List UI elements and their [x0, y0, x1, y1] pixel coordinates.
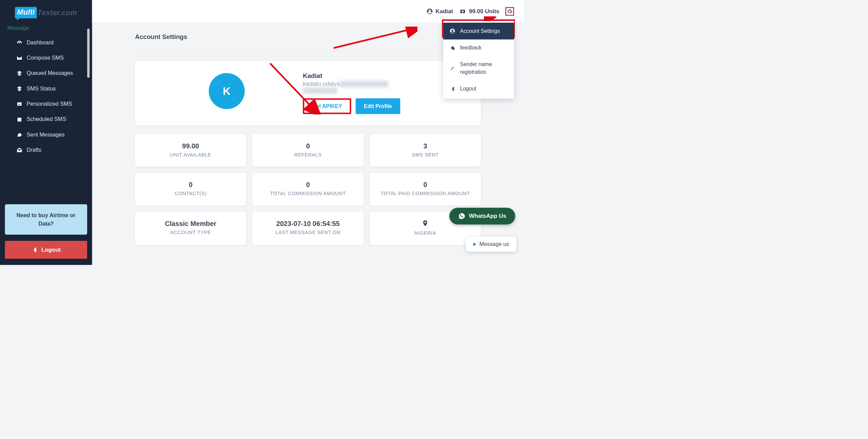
- gauge-icon: [16, 40, 23, 45]
- stat-label: SMS SENT: [374, 152, 477, 158]
- redacted-text: xxxxxxxxxxxxxxxxx: [339, 81, 388, 87]
- sidebar-item-sms-status[interactable]: SMS Status: [0, 81, 92, 96]
- topbar-username: Kadiat: [436, 8, 453, 15]
- sidebar-item-scheduled-sms[interactable]: Scheduled SMS: [0, 112, 92, 127]
- user-icon: [427, 8, 433, 14]
- stat-value: 2023-07-10 06:54:55: [256, 220, 359, 228]
- sidebar-nav: Dashboard Compose SMS Queued Messages SM…: [0, 35, 92, 158]
- signout-icon: [449, 86, 455, 91]
- sidebar-section-label: Message: [0, 24, 92, 35]
- dropdown-account-settings[interactable]: Account Settings: [443, 23, 514, 39]
- dropdown-feedback[interactable]: feedback: [443, 39, 514, 56]
- profile-card: K Kadiat kadiatu.odalysxxxxxxxxxxxxxxxxx…: [135, 61, 481, 125]
- whatsapp-label: WhatsApp Us: [469, 213, 506, 219]
- svg-point-5: [452, 29, 453, 31]
- comment-icon: [16, 132, 23, 138]
- money-icon: [459, 9, 466, 14]
- logout-label: Logout: [41, 247, 61, 253]
- stat-label: TOTAL PAID COMMISSION AMOUNT: [374, 191, 477, 196]
- stat-referrals: 0 REFERALS: [252, 134, 363, 167]
- stat-value: 0: [256, 181, 359, 189]
- message-us-label: Message us: [479, 241, 509, 248]
- stats-grid: 99.00 UNIT AVAILABLE 0 REFERALS 3 SMS SE…: [135, 134, 481, 245]
- sidebar: Multi Texter.com Message Dashboard Compo…: [0, 0, 92, 265]
- stat-label: NIGERIA: [374, 230, 477, 236]
- svg-point-1: [429, 9, 431, 12]
- stat-contacts: 0 CONTACT(S): [135, 173, 246, 206]
- sidebar-item-label: Scheduled SMS: [26, 116, 66, 123]
- profile-email-prefix: kadiatu.odalys: [303, 81, 339, 87]
- stat-account-type: Classic Member ACCOUNT TYPE: [135, 212, 246, 245]
- stat-label: UNIT AVAILABLE: [139, 152, 242, 158]
- sidebar-item-label: Compose SMS: [26, 55, 64, 61]
- signout-icon: [32, 247, 37, 253]
- envelope-icon: [16, 55, 23, 61]
- inbox-icon: [16, 101, 23, 107]
- layers-icon: [16, 70, 23, 76]
- topbar: Kadiat 99.00 Units: [92, 0, 524, 23]
- stat-unit-available: 99.00 UNIT AVAILABLE: [135, 134, 246, 167]
- dropdown-sender-registration[interactable]: Sender name registration: [443, 56, 514, 81]
- dropdown-item-label: feedback: [460, 44, 482, 52]
- pen-icon: [449, 66, 455, 70]
- dropdown-logout[interactable]: Logout: [443, 81, 514, 97]
- stat-paid-commission: 0 TOTAL PAID COMMISSION AMOUNT: [370, 173, 481, 206]
- stat-total-commission: 0 TOTAL COMMISSION AMOUNT: [252, 173, 363, 206]
- stat-sms-sent: 3 SMS SENT: [370, 134, 481, 167]
- stat-last-message: 2023-07-10 06:54:55 LAST MESSAGE SENT ON: [252, 212, 363, 245]
- settings-button[interactable]: [506, 7, 514, 16]
- stat-label: TOTAL COMMISSION AMOUNT: [256, 191, 359, 196]
- sidebar-scrollbar[interactable]: [87, 28, 90, 78]
- sidebar-item-label: Personalized SMS: [26, 101, 72, 107]
- topbar-units-value: 99.00 Units: [469, 8, 499, 15]
- chat-icon: [449, 45, 455, 50]
- logo[interactable]: Multi Texter.com: [0, 0, 92, 24]
- edit-profile-button[interactable]: Edit Profile: [356, 98, 400, 114]
- sidebar-item-sent-messages[interactable]: Sent Messages: [0, 127, 92, 142]
- layers-icon: [16, 86, 23, 91]
- dropdown-item-label: Account Settings: [460, 27, 500, 35]
- get-apikey-button[interactable]: Get APIKEY: [303, 98, 351, 114]
- topbar-units[interactable]: 99.00 Units: [459, 8, 499, 15]
- logout-button[interactable]: Logout: [5, 241, 87, 259]
- whatsapp-icon: [458, 213, 466, 220]
- gear-icon: [507, 8, 513, 14]
- profile-name: Kadiat: [303, 72, 400, 80]
- stat-label: CONTACT(S): [139, 191, 242, 196]
- settings-dropdown: Account Settings feedback Sender name re…: [443, 21, 514, 99]
- sidebar-item-drafts[interactable]: Drafts: [0, 142, 92, 158]
- topbar-user[interactable]: Kadiat: [427, 8, 453, 15]
- sidebar-item-label: Drafts: [26, 147, 41, 153]
- logo-text: Texter.com: [37, 8, 77, 17]
- message-us-button[interactable]: Message us: [466, 236, 516, 252]
- stat-value: Classic Member: [139, 220, 242, 228]
- dropdown-item-label: Sender name registration: [460, 61, 508, 76]
- calendar-icon: [16, 117, 23, 122]
- stat-value: 0: [256, 142, 359, 150]
- stat-value: 3: [374, 142, 477, 150]
- sidebar-item-label: Sent Messages: [26, 131, 64, 138]
- status-dot-icon: [473, 243, 476, 245]
- sidebar-item-label: SMS Status: [26, 85, 56, 92]
- stat-value: 99.00: [139, 142, 242, 150]
- buy-airtime-button[interactable]: Need to buy Airtime or Data?: [5, 204, 87, 235]
- sidebar-item-label: Queued Messages: [26, 70, 73, 77]
- sidebar-item-queued-messages[interactable]: Queued Messages: [0, 66, 92, 81]
- sidebar-item-personalized-sms[interactable]: Personalized SMS: [0, 96, 92, 111]
- stat-label: REFERALS: [256, 152, 359, 158]
- sidebar-item-compose-sms[interactable]: Compose SMS: [0, 50, 92, 65]
- envelope-open-icon: [16, 147, 23, 153]
- logo-badge: Multi: [15, 7, 37, 19]
- page-title: Account Settings: [135, 33, 481, 51]
- stat-label: ACCOUNT TYPE: [139, 230, 242, 235]
- stat-value: 0: [139, 181, 242, 189]
- avatar: K: [209, 73, 245, 109]
- redacted-text: xxxxxxxxxxxx: [303, 87, 337, 94]
- svg-point-3: [462, 11, 463, 12]
- dropdown-item-label: Logout: [460, 85, 476, 93]
- stat-value: 0: [374, 181, 477, 189]
- whatsapp-button[interactable]: WhatsApp Us: [449, 208, 515, 224]
- sidebar-item-label: Dashboard: [26, 39, 54, 46]
- sidebar-item-dashboard[interactable]: Dashboard: [0, 35, 92, 50]
- stat-label: LAST MESSAGE SENT ON: [256, 230, 359, 235]
